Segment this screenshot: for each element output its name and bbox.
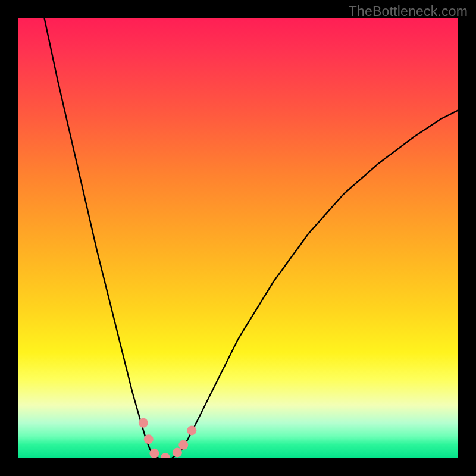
marker-point	[187, 425, 196, 435]
marker-point	[161, 453, 170, 458]
marker-point	[173, 447, 182, 457]
marker-point	[178, 440, 188, 450]
watermark-text: TheBottleneck.com	[349, 4, 468, 20]
marker-point	[144, 434, 154, 444]
marker-point	[149, 449, 159, 458]
series-right-branch	[172, 110, 458, 458]
curve-layer	[18, 18, 458, 458]
plot-area	[18, 18, 458, 458]
chart-frame: TheBottleneck.com	[0, 0, 476, 476]
series-left-branch	[44, 18, 158, 458]
series-group	[44, 18, 458, 458]
marker-point	[139, 418, 148, 428]
